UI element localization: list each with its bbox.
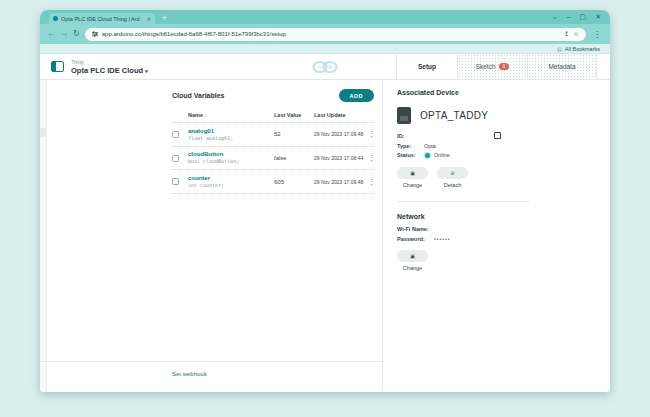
device-panel: Associated Device OPTA_TADDY ID: Type: O…	[383, 80, 610, 392]
column-last-value: Last Value	[274, 112, 314, 118]
arduino-logo-icon	[311, 60, 339, 74]
change-network-button[interactable]: ▣	[397, 250, 428, 262]
bookmark-star-icon[interactable]: ☆	[573, 30, 579, 38]
change-network-label: Change	[403, 265, 422, 271]
password-masked-value: ••••••	[434, 236, 451, 242]
detach-device-label: Detach	[444, 182, 461, 188]
tab-close-icon[interactable]: ✕	[147, 16, 151, 22]
row-checkbox[interactable]	[172, 178, 179, 185]
variable-name-link[interactable]: analog01	[188, 128, 274, 135]
footer-divider	[40, 361, 382, 362]
change-device-button[interactable]: ▣	[397, 167, 428, 179]
thing-label: Thing	[71, 59, 148, 65]
row-menu-icon[interactable]: ⋮	[366, 130, 375, 138]
setup-main: Cloud Variables ADD Name ↓ Last Value La…	[40, 80, 610, 392]
thing-name: Opta PLC IDE Cloud	[71, 66, 143, 75]
detach-icon: ⊘	[450, 170, 454, 176]
browser-window: Opta PLC IDE Cloud Thing | Ard ✕ + ⌄ – ▢…	[40, 10, 610, 392]
browser-tab-strip: Opta PLC IDE Cloud Thing | Ard ✕ + ⌄ – ▢…	[40, 10, 610, 24]
column-name[interactable]: Name ↓	[188, 112, 274, 118]
share-icon[interactable]: ↥	[564, 30, 569, 38]
table-row: analog01 float analog01; 52 29 Nov 2023 …	[172, 123, 374, 147]
device-id-label: ID:	[397, 133, 424, 139]
variable-name-link[interactable]: cloudButton	[188, 151, 274, 158]
close-icon[interactable]: ✕	[595, 11, 601, 23]
browser-tab[interactable]: Opta PLC IDE Cloud Thing | Ard ✕	[49, 13, 155, 24]
thing-tabs: Setup Sketch 1 Metadata	[396, 54, 597, 79]
variable-last-update: 29 Nov 2023 17:08:44	[314, 155, 366, 161]
back-icon[interactable]: ←	[47, 30, 55, 38]
window-controls: ⌄ – ▢ ✕	[552, 11, 601, 23]
password-label: Password:	[397, 236, 434, 242]
variable-cell: analog01 float analog01;	[188, 128, 274, 142]
variable-declaration: int counter;	[188, 182, 274, 189]
device-icon	[397, 107, 411, 124]
row-menu-icon[interactable]: ⋮	[366, 154, 375, 162]
variable-name-link[interactable]: counter	[188, 175, 274, 182]
associated-device-title: Associated Device	[397, 89, 529, 96]
variable-last-update: 29 Nov 2023 17:09:48	[314, 179, 366, 185]
arduino-cloud-app: Thing Opta PLC IDE Cloud ▾ Setup	[40, 54, 610, 392]
site-settings-icon[interactable]	[92, 31, 98, 37]
tab-metadata[interactable]: Metadata	[528, 54, 597, 79]
cloud-variables-panel: Cloud Variables ADD Name ↓ Last Value La…	[40, 80, 383, 392]
minimize-icon[interactable]: –	[567, 11, 571, 23]
chevron-down-icon: ▾	[145, 68, 148, 74]
network-title: Network	[397, 213, 529, 220]
variable-last-value: 52	[274, 131, 314, 137]
new-tab-button[interactable]: +	[162, 13, 167, 24]
tab-sketch-label: Sketch	[476, 63, 496, 70]
variable-last-value: 605	[274, 179, 314, 185]
section-divider	[397, 201, 529, 202]
sketch-badge: 1	[499, 63, 510, 70]
variable-last-value: false	[274, 155, 314, 161]
copy-id-icon[interactable]	[494, 132, 501, 139]
url-bar[interactable]: app.arduino.cc/things/b61ecdad-6a68-4f67…	[85, 28, 586, 41]
tab-metadata-label: Metadata	[548, 63, 575, 70]
variable-cell: counter int counter;	[188, 175, 274, 189]
thing-name-dropdown[interactable]: Opta PLC IDE Cloud ▾	[71, 66, 148, 75]
board-icon: ▣	[410, 170, 415, 176]
device-type-label: Type:	[397, 143, 424, 149]
sidebar-toggle-icon[interactable]	[51, 61, 64, 72]
browser-tab-title: Opta PLC IDE Cloud Thing | Ard	[61, 16, 144, 22]
thing-title-block: Thing Opta PLC IDE Cloud ▾	[40, 54, 148, 79]
variable-declaration: bool cloudButton;	[188, 158, 274, 165]
browser-menu-icon[interactable]: ⋮	[591, 30, 603, 39]
row-checkbox[interactable]	[172, 155, 179, 162]
all-bookmarks-button[interactable]: All Bookmarks	[565, 46, 600, 52]
detach-device-button[interactable]: ⊘	[437, 167, 468, 179]
variable-cell: cloudButton bool cloudButton;	[188, 151, 274, 165]
board-icon: ▣	[410, 253, 415, 259]
set-webhook-link[interactable]: Set webhook	[172, 371, 207, 377]
device-type-value: Opta	[424, 143, 436, 149]
row-checkbox[interactable]	[172, 131, 179, 138]
variables-table-header: Name ↓ Last Value Last Update	[172, 112, 374, 123]
wifi-name-label: Wi-Fi Name:	[397, 226, 434, 232]
maximize-icon[interactable]: ▢	[580, 11, 587, 23]
url-text[interactable]: app.arduino.cc/things/b61ecdad-6a68-4f67…	[102, 31, 560, 37]
change-device-label: Change	[403, 182, 422, 188]
row-menu-icon[interactable]: ⋮	[366, 178, 375, 186]
add-variable-button[interactable]: ADD	[339, 89, 374, 102]
browser-toolbar: ← → ↻ app.arduino.cc/things/b61ecdad-6a6…	[40, 24, 610, 44]
variable-last-update: 29 Nov 2023 17:09:48	[314, 131, 366, 137]
tab-search-icon[interactable]: ⌄	[552, 11, 558, 23]
column-last-update: Last Update	[314, 112, 366, 118]
thing-header: Thing Opta PLC IDE Cloud ▾ Setup	[40, 54, 610, 80]
device-status-value: Online	[434, 152, 450, 158]
device-status-label: Status:	[397, 152, 424, 158]
table-row: counter int counter; 605 29 Nov 2023 17:…	[172, 170, 374, 194]
column-name-label: Name	[188, 112, 203, 118]
forward-icon[interactable]: →	[60, 30, 68, 38]
online-status-icon	[425, 153, 430, 158]
variable-declaration: float analog01;	[188, 135, 274, 142]
bookmarks-bar: ▤ All Bookmarks	[40, 44, 610, 54]
tab-sketch[interactable]: Sketch 1	[458, 54, 528, 79]
tab-setup[interactable]: Setup	[396, 54, 458, 79]
tab-setup-label: Setup	[418, 63, 436, 70]
bookmarks-folder-icon: ▤	[557, 46, 562, 52]
site-favicon	[53, 16, 58, 21]
reload-icon[interactable]: ↻	[73, 30, 80, 38]
sort-descending-icon[interactable]: ↓	[205, 112, 208, 118]
